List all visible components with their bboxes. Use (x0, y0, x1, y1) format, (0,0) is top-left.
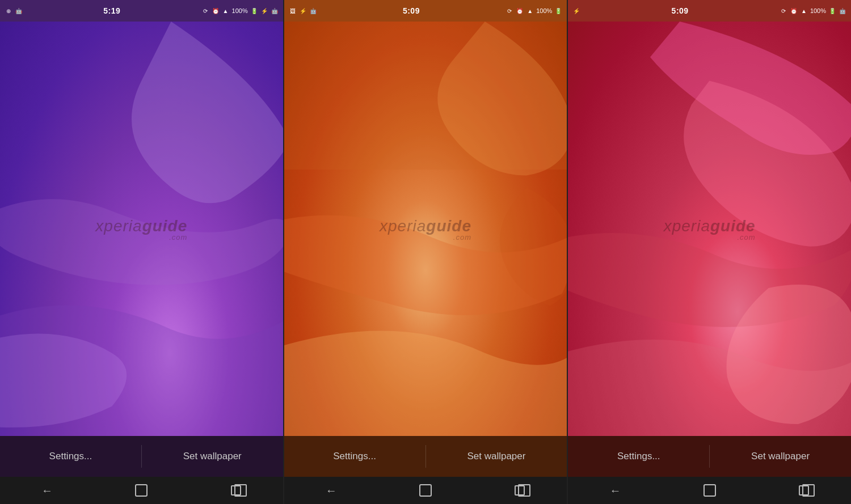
rotate-icon3: ⟳ (780, 7, 787, 15)
recents-icon-3 (799, 485, 809, 495)
set-wallpaper-button-2[interactable]: Set wallpaper (426, 436, 567, 477)
back-icon-3 (609, 484, 621, 497)
alarm-icon3: ⏰ (790, 7, 798, 15)
status-time-3: 5:09 (672, 6, 689, 15)
home-icon-2 (419, 484, 432, 497)
rotate-icon2: ⟳ (505, 7, 513, 15)
settings-button-1[interactable]: Settings... (0, 436, 141, 477)
status-bar-1: ⊕ 🤖 5:19 ⟳ ⏰ ▲ 100% 🔋 ⚡ 🤖 (0, 0, 283, 22)
back-icon-1 (41, 484, 53, 497)
screens-container: ⊕ 🤖 5:19 ⟳ ⏰ ▲ 100% 🔋 ⚡ 🤖 (0, 0, 851, 504)
back-button-1[interactable] (0, 477, 94, 504)
status-left-2: 🖼 ⚡ 🤖 (289, 7, 317, 15)
wave-svg-1 (0, 22, 283, 436)
nav-bar-1 (0, 477, 283, 504)
battery-text-2: 100% (536, 7, 552, 14)
android-icon3: 🤖 (309, 7, 317, 15)
recents-button-1[interactable] (188, 477, 283, 504)
toolbar-2: Settings... Set wallpaper (284, 436, 567, 477)
status-left-1: ⊕ 🤖 (5, 7, 23, 15)
recents-button-3[interactable] (757, 477, 851, 504)
nfc-icon: ⊕ (5, 7, 12, 15)
battery-text-1: 100% (232, 7, 248, 14)
recents-icon-1 (231, 485, 241, 495)
nav-bar-2 (284, 477, 567, 504)
wallpaper-2: xperiaguide .com (284, 22, 567, 436)
screen-3: ⚡ 5:09 ⟳ ⏰ ▲ 100% 🔋 🤖 (568, 0, 851, 504)
usb-icon: ⚡ (260, 7, 268, 15)
battery-icon2: 🔋 (554, 7, 562, 15)
android-icon: 🤖 (15, 7, 23, 15)
toolbar-1: Settings... Set wallpaper (0, 436, 283, 477)
photo-icon: 🖼 (289, 7, 297, 15)
signal-icon2: ▲ (526, 7, 534, 15)
battery-icon3: 🔋 (828, 7, 836, 15)
wallpaper-1: xperiaguide .com (0, 22, 283, 436)
status-left-3: ⚡ (572, 7, 580, 15)
set-wallpaper-button-3[interactable]: Set wallpaper (710, 436, 851, 477)
home-icon-1 (135, 484, 148, 497)
usb-icon2: ⚡ (299, 7, 307, 15)
home-button-3[interactable] (663, 477, 757, 504)
nav-bar-3 (568, 477, 851, 504)
wallpaper-3: xperiaguide .com (568, 22, 851, 436)
status-time-2: 5:09 (403, 6, 420, 15)
status-bar-3: ⚡ 5:09 ⟳ ⏰ ▲ 100% 🔋 🤖 (568, 0, 851, 22)
status-bar-2: 🖼 ⚡ 🤖 5:09 ⟳ ⏰ ▲ 100% 🔋 (284, 0, 567, 22)
settings-button-3[interactable]: Settings... (568, 436, 709, 477)
screen-1: ⊕ 🤖 5:19 ⟳ ⏰ ▲ 100% 🔋 ⚡ 🤖 (0, 0, 283, 504)
usb-icon3: ⚡ (572, 7, 580, 15)
home-button-1[interactable] (94, 477, 188, 504)
status-time-1: 5:19 (103, 6, 120, 15)
signal-icon: ▲ (222, 7, 230, 15)
screen-2: 🖼 ⚡ 🤖 5:09 ⟳ ⏰ ▲ 100% 🔋 (283, 0, 568, 504)
back-button-2[interactable] (284, 477, 378, 504)
wave-svg-3 (568, 22, 851, 436)
signal-icon3: ▲ (800, 7, 808, 15)
android-icon2: 🤖 (271, 7, 279, 15)
alarm-icon: ⏰ (212, 7, 220, 15)
recents-button-2[interactable] (473, 477, 567, 504)
wave-svg-2 (284, 22, 567, 436)
battery-icon: 🔋 (250, 7, 258, 15)
android-icon4: 🤖 (839, 7, 846, 15)
back-icon-2 (326, 484, 337, 497)
toolbar-3: Settings... Set wallpaper (568, 436, 851, 477)
set-wallpaper-button-1[interactable]: Set wallpaper (142, 436, 283, 477)
home-icon-3 (703, 484, 716, 497)
recents-icon-2 (515, 485, 525, 495)
back-button-3[interactable] (568, 477, 662, 504)
status-right-3: ⟳ ⏰ ▲ 100% 🔋 🤖 (780, 7, 846, 15)
status-right-2: ⟳ ⏰ ▲ 100% 🔋 (505, 7, 562, 15)
home-button-2[interactable] (378, 477, 473, 504)
rotate-icon: ⟳ (201, 7, 209, 15)
settings-button-2[interactable]: Settings... (284, 436, 426, 477)
status-right-1: ⟳ ⏰ ▲ 100% 🔋 ⚡ 🤖 (201, 7, 279, 15)
battery-text-3: 100% (810, 7, 826, 14)
alarm-icon2: ⏰ (516, 7, 524, 15)
